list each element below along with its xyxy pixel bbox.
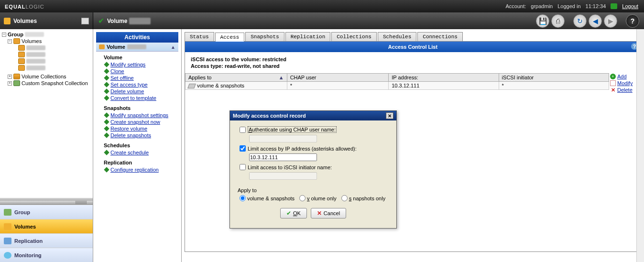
- login-status: Logged in: [557, 3, 580, 9]
- expand-icon[interactable]: +: [8, 75, 12, 79]
- dialog-buttons: ✔OK ✕Cancel: [236, 201, 391, 222]
- action-restore-volume[interactable]: Restore volume: [98, 125, 176, 132]
- panel-info: iSCSI access to the volume: restricted A…: [185, 52, 641, 73]
- action-configure-replication[interactable]: Configure replication: [98, 166, 176, 173]
- clock: 11:12:34: [586, 3, 606, 9]
- ip-address-input[interactable]: [249, 153, 317, 161]
- action-set-access-type[interactable]: Set access type: [98, 81, 176, 88]
- splitter-bar[interactable]: [0, 200, 93, 205]
- nav-group[interactable]: Group: [0, 205, 93, 219]
- ok-button[interactable]: ✔OK: [280, 208, 307, 218]
- col-chap-user[interactable]: CHAP user: [287, 74, 389, 82]
- dialog-titlebar[interactable]: Modify access control record ✕: [230, 111, 396, 120]
- tree-group-label: Group: [8, 32, 23, 37]
- left-panel-title: Volumes: [13, 18, 81, 24]
- tree-volume-collections[interactable]: + Volume Collections: [0, 73, 93, 80]
- collection-icon: [13, 74, 20, 79]
- action-create-schedule[interactable]: Create schedule: [98, 149, 176, 156]
- tab-schedules[interactable]: Schedules: [378, 32, 416, 41]
- expand-icon[interactable]: +: [8, 81, 12, 86]
- chap-checkbox[interactable]: [240, 127, 246, 133]
- add-icon: +: [610, 74, 616, 79]
- group-volume-title: Volume: [98, 54, 176, 61]
- modify-access-dialog: Modify access control record ✕ AAuthenti…: [229, 110, 397, 229]
- radio-volume-snapshots[interactable]: volume & snapshots: [240, 195, 295, 201]
- tree-volume-item[interactable]: [0, 58, 93, 65]
- main-header: ✔ Volume 💾 ⎙ ↻ ◀ ▶ ?: [93, 12, 644, 29]
- tree-volume-item[interactable]: [0, 51, 93, 58]
- record-icon: [187, 84, 196, 88]
- volume-name-blurred: [26, 52, 45, 57]
- tab-status[interactable]: Status: [185, 32, 214, 41]
- tab-snapshots[interactable]: Snapshots: [245, 32, 284, 41]
- tree-volumes[interactable]: − Volumes: [0, 38, 93, 44]
- diamond-icon: [104, 150, 109, 155]
- collapse-icon[interactable]: −: [2, 33, 6, 37]
- tree-custom-snapshot[interactable]: + Custom Snapshot Collection: [0, 80, 93, 87]
- nav-replication[interactable]: Replication: [0, 233, 93, 248]
- nav-forward-button[interactable]: ▶: [604, 14, 617, 28]
- group-snapshots-title: Snapshots: [98, 104, 176, 112]
- radio-snapshots-only[interactable]: snapshots only: [341, 195, 385, 201]
- tab-connections[interactable]: Connections: [417, 32, 463, 41]
- col-ip-address[interactable]: IP address:: [389, 74, 499, 82]
- diamond-icon: [104, 126, 109, 131]
- cylinder-icon: [18, 52, 25, 57]
- logout-link[interactable]: Logout: [622, 3, 638, 9]
- action-delete-volume[interactable]: Delete volume: [98, 88, 176, 95]
- action-modify-snapshot-settings[interactable]: Modify snapshot settings: [98, 112, 176, 119]
- diamond-icon: [104, 112, 109, 118]
- nav-volumes[interactable]: Volumes: [0, 219, 93, 233]
- nav-monitoring[interactable]: Monitoring: [0, 248, 93, 262]
- group-icon: [4, 209, 11, 216]
- tree-volume-item[interactable]: [0, 44, 93, 51]
- refresh-button[interactable]: ↻: [573, 14, 587, 28]
- acl-delete[interactable]: ✕Delete: [610, 87, 640, 93]
- col-applies-to[interactable]: Applies to ▲: [186, 74, 287, 82]
- diamond-icon: [104, 119, 109, 124]
- col-iscsi-initiator[interactable]: iSCSI initiator: [499, 74, 609, 82]
- cancel-button[interactable]: ✕Cancel: [311, 208, 346, 218]
- nav-back-button[interactable]: ◀: [589, 14, 602, 28]
- tree-group[interactable]: − Group: [0, 31, 93, 38]
- close-icon[interactable]: ✕: [386, 112, 393, 119]
- print-button[interactable]: ⎙: [551, 14, 565, 28]
- cylinder-icon: [99, 44, 105, 49]
- action-create-snapshot[interactable]: Create snapshot now: [98, 119, 176, 125]
- tabs: Status Access Snapshots Replication Coll…: [185, 32, 641, 42]
- activities-header: Activities: [96, 32, 178, 43]
- initiator-checkbox[interactable]: [240, 164, 246, 170]
- help-button[interactable]: ?: [626, 14, 639, 28]
- tab-access[interactable]: Access: [215, 33, 245, 42]
- left-panel-menu-icon[interactable]: [81, 18, 89, 24]
- action-convert-template[interactable]: Convert to template: [98, 95, 176, 101]
- action-clone[interactable]: Clone: [98, 68, 176, 75]
- iscsi-access-line: iSCSI access to the volume: restricted: [191, 56, 635, 63]
- table-row[interactable]: volume & snapshots * 10.3.12.111 *: [186, 82, 609, 90]
- save-button[interactable]: 💾: [536, 14, 549, 28]
- diamond-icon: [104, 75, 109, 80]
- action-modify-settings[interactable]: Modify settings: [98, 61, 176, 68]
- initiator-name-input: [249, 172, 317, 180]
- activities-subheader[interactable]: Volume ▲: [96, 43, 178, 52]
- acl-add[interactable]: +Add: [610, 73, 640, 80]
- diamond-icon: [104, 68, 109, 74]
- delete-icon: ✕: [610, 87, 616, 93]
- tab-replication[interactable]: Replication: [285, 32, 331, 41]
- top-bar: EQUALLOGIC Account: grpadmin Logged in 1…: [0, 0, 644, 12]
- radio-volume-only[interactable]: volume only: [299, 195, 337, 201]
- activities-sub-label: Volume: [107, 44, 125, 50]
- snapshot-collection-icon: [13, 80, 20, 86]
- collapse-icon[interactable]: −: [8, 39, 12, 44]
- tab-collections[interactable]: Collections: [331, 32, 377, 41]
- acl-modify[interactable]: Modify: [610, 80, 640, 87]
- collapse-arrow-icon[interactable]: ▲: [171, 44, 175, 50]
- action-set-offline[interactable]: Set offline: [98, 75, 176, 81]
- action-delete-snapshots[interactable]: Delete snapshots: [98, 132, 176, 139]
- scrollbar[interactable]: [636, 29, 644, 262]
- chap-checkbox-row: AAuthenticate using CHAP user name:uthen…: [236, 126, 391, 133]
- volumes-icon: [4, 18, 11, 24]
- ip-checkbox[interactable]: [240, 145, 246, 152]
- tree-volume-item[interactable]: [0, 65, 93, 71]
- initiator-label: Limit access to iSCSI initiator name:: [248, 164, 332, 170]
